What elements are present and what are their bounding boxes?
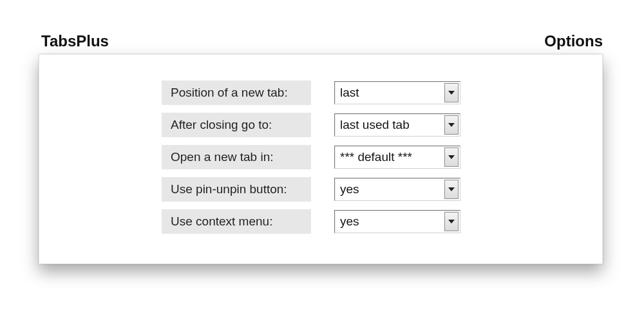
chevron-down-icon [444,83,459,102]
select-value: yes [340,182,359,196]
app-title: TabsPlus [41,32,109,50]
select-value: last [340,86,359,100]
option-row-use-pin-unpin: Use pin-unpin button: yes [162,177,460,202]
chevron-down-icon [444,147,459,167]
option-label-use-context-menu: Use context menu: [162,209,311,234]
option-label-open-new-tab-in: Open a new tab in: [162,145,311,169]
option-row-open-new-tab-in: Open a new tab in: *** default *** [162,145,460,169]
option-label-use-pin-unpin: Use pin-unpin button: [162,177,311,202]
chevron-down-icon [444,212,459,231]
option-label-after-closing: After closing go to: [162,113,311,137]
select-value: *** default *** [340,150,412,164]
svg-marker-2 [448,155,455,159]
select-use-pin-unpin[interactable]: yes [334,178,460,201]
select-position-new-tab[interactable]: last [334,81,460,104]
select-value: last used tab [340,118,410,132]
chevron-down-icon [444,180,459,199]
option-row-after-closing: After closing go to: last used tab [162,113,460,137]
svg-marker-0 [448,91,455,95]
window: TabsPlus Options Position of a new tab: … [0,0,644,264]
option-label-position-new-tab: Position of a new tab: [162,81,311,105]
options-form: Position of a new tab: last After closin… [162,73,460,242]
svg-marker-1 [448,123,455,127]
chevron-down-icon [444,115,459,135]
option-row-use-context-menu: Use context menu: yes [162,209,460,234]
svg-marker-3 [448,187,455,191]
select-use-context-menu[interactable]: yes [334,210,460,233]
page-title: Options [544,32,603,50]
select-open-new-tab-in[interactable]: *** default *** [334,146,460,169]
select-value: yes [340,214,359,229]
select-after-closing[interactable]: last used tab [334,113,460,137]
svg-marker-4 [448,220,455,224]
header: TabsPlus Options [39,32,605,54]
options-panel: Position of a new tab: last After closin… [39,54,603,264]
option-row-position-new-tab: Position of a new tab: last [162,81,460,105]
